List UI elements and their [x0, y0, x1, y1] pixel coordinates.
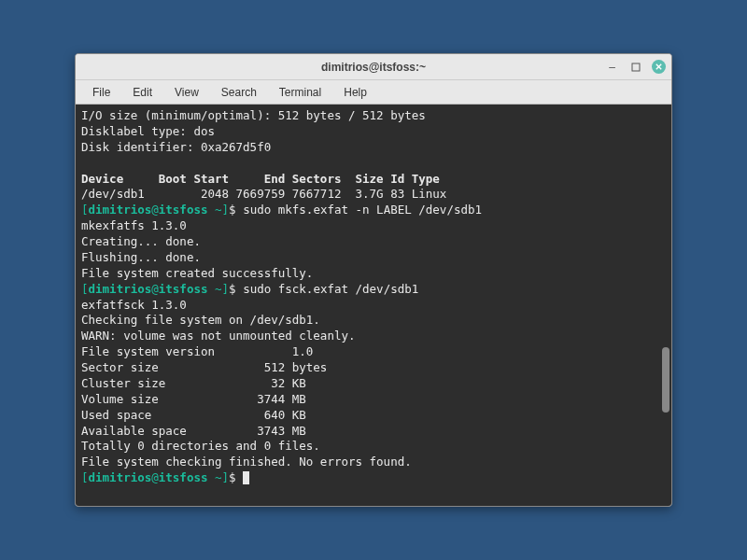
scrollbar-thumb[interactable] [662, 347, 669, 413]
output-line: Available space 3743 MB [81, 424, 666, 440]
output-line: File system created successfully. [81, 266, 666, 282]
window-title: dimitrios@itsfoss:~ [321, 61, 426, 74]
output-line [81, 156, 666, 172]
prompt-line: [dimitrios@itsfoss ~]$ sudo fsck.exfat /… [81, 282, 666, 298]
output-line: Disklabel type: dos [81, 124, 666, 140]
output-line: File system checking finished. No errors… [81, 455, 666, 470]
output-line: I/O size (minimum/optimal): 512 bytes / … [81, 108, 666, 124]
menu-view[interactable]: View [165, 83, 208, 102]
prompt-host: itsfoss [159, 203, 208, 217]
cursor [243, 471, 249, 484]
output-line: exfatfsck 1.3.0 [81, 298, 666, 314]
output-line: Sector size 512 bytes [81, 360, 666, 376]
output-line: Disk identifier: 0xa267d5f0 [81, 140, 666, 156]
output-line: mkexfatfs 1.3.0 [81, 218, 666, 234]
prompt-host: itsfoss [159, 282, 208, 296]
prompt-sigil: $ [229, 470, 236, 484]
output-header: Device Boot Start End Sectors Size Id Ty… [81, 172, 666, 188]
prompt-line: [dimitrios@itsfoss ~]$ sudo mkfs.exfat -… [81, 203, 666, 218]
prompt-path: ~ [215, 203, 222, 217]
menu-help[interactable]: Help [334, 83, 376, 102]
prompt-user: dimitrios [89, 470, 152, 484]
output-row: /dev/sdb1 2048 7669759 7667712 3.7G 83 L… [81, 187, 666, 203]
output-line: Creating... done. [81, 234, 666, 250]
menubar: File Edit View Search Terminal Help [76, 80, 671, 105]
prompt-path: ~ [215, 470, 222, 484]
output-line: File system version 1.0 [81, 344, 666, 360]
prompt-path: ~ [215, 282, 222, 296]
output-line: Volume size 3744 MB [81, 392, 666, 408]
output-line: Used space 640 KB [81, 408, 666, 424]
close-button[interactable] [652, 60, 666, 74]
prompt-user: dimitrios [89, 282, 152, 296]
menu-terminal[interactable]: Terminal [270, 83, 331, 102]
output-line: Totally 0 directories and 0 files. [81, 439, 666, 455]
svg-rect-0 [632, 63, 640, 71]
command-text: sudo fsck.exfat /dev/sdb1 [236, 282, 419, 296]
prompt-user: dimitrios [89, 203, 152, 217]
prompt-sigil: $ [229, 203, 236, 217]
titlebar-controls: – [605, 60, 666, 74]
prompt-sigil: $ [229, 282, 236, 296]
command-text: sudo mkfs.exfat -n LABEL /dev/sdb1 [236, 203, 482, 217]
minimize-button[interactable]: – [605, 60, 619, 74]
output-line: WARN: volume was not unmounted cleanly. [81, 329, 666, 344]
maximize-button[interactable] [628, 60, 642, 74]
prompt-line: [dimitrios@itsfoss ~]$ [81, 470, 666, 486]
titlebar[interactable]: dimitrios@itsfoss:~ – [76, 54, 671, 80]
output-line: Flushing... done. [81, 250, 666, 266]
menu-file[interactable]: File [83, 83, 120, 102]
output-line: Checking file system on /dev/sdb1. [81, 313, 666, 329]
menu-search[interactable]: Search [212, 83, 266, 102]
terminal-body[interactable]: I/O size (minimum/optimal): 512 bytes / … [76, 105, 671, 506]
menu-edit[interactable]: Edit [123, 83, 162, 102]
output-line: Cluster size 32 KB [81, 376, 666, 392]
prompt-host: itsfoss [159, 470, 208, 484]
terminal-window: dimitrios@itsfoss:~ – File Edit View Sea… [75, 53, 672, 507]
